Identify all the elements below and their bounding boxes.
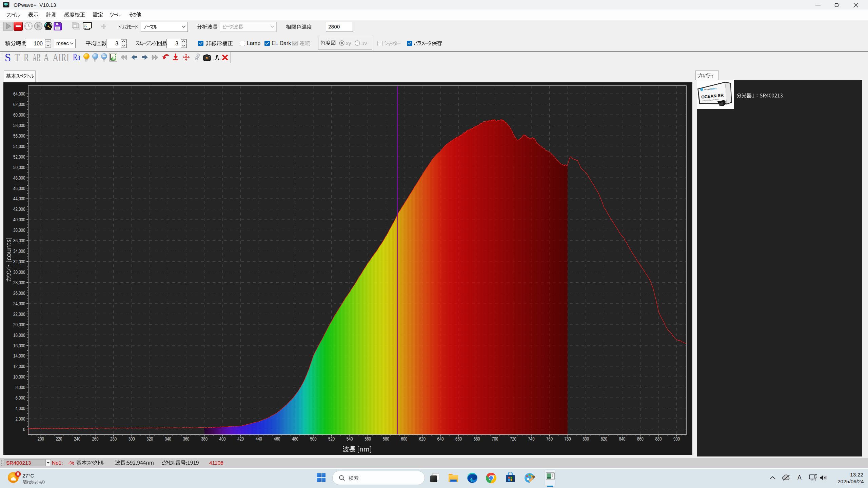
svg-text:46,000: 46,000 bbox=[13, 186, 25, 191]
svg-text:840: 840 bbox=[619, 436, 625, 442]
svg-text:42,000: 42,000 bbox=[13, 206, 25, 212]
svg-text:2,000: 2,000 bbox=[15, 416, 25, 422]
svg-text:280: 280 bbox=[110, 436, 117, 442]
svg-text:760: 760 bbox=[546, 436, 553, 442]
svg-text:400: 400 bbox=[219, 436, 226, 442]
svg-text:420: 420 bbox=[237, 436, 244, 442]
svg-text:820: 820 bbox=[601, 436, 607, 442]
svg-text:12,000: 12,000 bbox=[13, 364, 25, 369]
svg-text:480: 480 bbox=[292, 436, 298, 442]
svg-text:320: 320 bbox=[146, 436, 153, 442]
svg-text:580: 580 bbox=[383, 436, 389, 442]
svg-text:600: 600 bbox=[401, 436, 407, 442]
svg-text:52,000: 52,000 bbox=[13, 154, 25, 160]
svg-text:48,000: 48,000 bbox=[13, 175, 25, 181]
svg-text:860: 860 bbox=[637, 436, 644, 442]
svg-text:16,000: 16,000 bbox=[13, 343, 25, 348]
svg-text:500: 500 bbox=[310, 436, 317, 442]
svg-text:22,000: 22,000 bbox=[13, 311, 25, 317]
svg-text:300: 300 bbox=[129, 436, 135, 442]
svg-text:620: 620 bbox=[419, 436, 426, 442]
svg-text:26,000: 26,000 bbox=[13, 290, 25, 296]
svg-text:50,000: 50,000 bbox=[13, 165, 25, 170]
svg-text:740: 740 bbox=[528, 436, 535, 442]
svg-text:10,000: 10,000 bbox=[13, 374, 25, 380]
svg-text:20,000: 20,000 bbox=[13, 322, 25, 327]
svg-text:380: 380 bbox=[201, 436, 208, 442]
svg-text:40,000: 40,000 bbox=[13, 217, 25, 222]
svg-text:220: 220 bbox=[56, 436, 62, 442]
svg-text:680: 680 bbox=[474, 436, 480, 442]
svg-text:780: 780 bbox=[565, 436, 571, 442]
svg-text:900: 900 bbox=[673, 436, 680, 442]
svg-text:58,000: 58,000 bbox=[13, 123, 25, 128]
svg-text:560: 560 bbox=[364, 436, 371, 442]
svg-text:520: 520 bbox=[328, 436, 335, 442]
svg-text:260: 260 bbox=[92, 436, 99, 442]
svg-text:720: 720 bbox=[510, 436, 516, 442]
svg-text:8: 8 bbox=[17, 472, 19, 476]
svg-text:700: 700 bbox=[492, 436, 498, 442]
svg-text:340: 340 bbox=[165, 436, 171, 442]
svg-text:30,000: 30,000 bbox=[13, 269, 25, 275]
svg-text:36,000: 36,000 bbox=[13, 238, 25, 243]
svg-text:56,000: 56,000 bbox=[13, 133, 25, 139]
svg-text:6,000: 6,000 bbox=[15, 395, 25, 401]
svg-text:24,000: 24,000 bbox=[13, 301, 25, 306]
svg-text:4,000: 4,000 bbox=[15, 406, 25, 411]
svg-text:880: 880 bbox=[655, 436, 662, 442]
svg-text:540: 540 bbox=[347, 436, 353, 442]
svg-text:64,000: 64,000 bbox=[13, 91, 25, 97]
svg-text:0: 0 bbox=[23, 427, 25, 432]
svg-text:240: 240 bbox=[74, 436, 80, 442]
svg-text:800: 800 bbox=[583, 436, 589, 442]
svg-text:200: 200 bbox=[38, 436, 44, 442]
svg-text:360: 360 bbox=[183, 436, 189, 442]
svg-text:38,000: 38,000 bbox=[13, 227, 25, 233]
svg-text:440: 440 bbox=[256, 436, 262, 442]
svg-text:460: 460 bbox=[274, 436, 280, 442]
svg-text:54,000: 54,000 bbox=[13, 144, 25, 149]
svg-text:8,000: 8,000 bbox=[15, 385, 25, 390]
svg-text:44,000: 44,000 bbox=[13, 196, 25, 201]
svg-text:32,000: 32,000 bbox=[13, 259, 25, 264]
svg-text:28,000: 28,000 bbox=[13, 280, 25, 285]
svg-text:62,000: 62,000 bbox=[13, 102, 25, 107]
svg-text:60,000: 60,000 bbox=[13, 112, 25, 118]
svg-text:34,000: 34,000 bbox=[13, 248, 25, 254]
svg-text:18,000: 18,000 bbox=[13, 332, 25, 338]
svg-text:14,000: 14,000 bbox=[13, 353, 25, 359]
svg-text:640: 640 bbox=[437, 436, 444, 442]
svg-text:660: 660 bbox=[455, 436, 462, 442]
